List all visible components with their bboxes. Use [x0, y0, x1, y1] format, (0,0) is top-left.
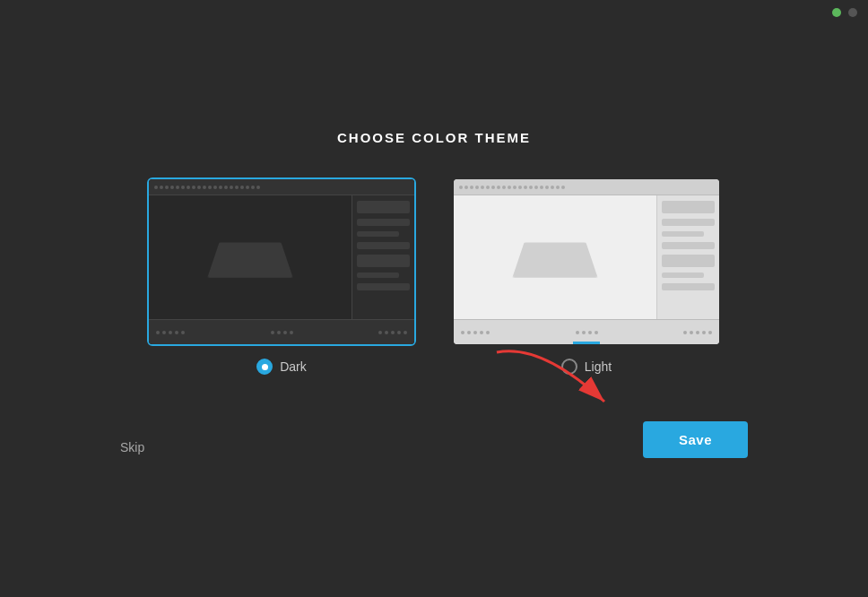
dark-theme-label[interactable]: Dark	[256, 359, 307, 375]
light-canvas-shape	[512, 243, 597, 278]
dark-theme-card[interactable]: Dark	[147, 177, 416, 375]
dark-theme-preview[interactable]	[147, 177, 416, 346]
save-button[interactable]: Save	[643, 421, 748, 458]
theme-options: Dark	[147, 177, 721, 375]
light-theme-label[interactable]: Light	[561, 359, 612, 375]
theme-chooser-dialog: CHOOSE COLOR THEME	[66, 94, 802, 503]
skip-link[interactable]: Skip	[120, 440, 144, 458]
user-icon	[848, 8, 857, 17]
dark-radio-button[interactable]	[256, 359, 273, 375]
light-radio-button[interactable]	[561, 359, 577, 375]
status-dot-green	[832, 8, 841, 17]
light-theme-preview[interactable]	[452, 177, 721, 346]
light-label-text: Light	[585, 359, 612, 374]
dialog-title: CHOOSE COLOR THEME	[337, 130, 531, 145]
dark-label-text: Dark	[280, 359, 307, 374]
dark-canvas-shape	[207, 243, 292, 278]
light-theme-card[interactable]: Light	[452, 177, 721, 375]
top-bar	[814, 0, 868, 25]
action-area: Skip Save	[120, 421, 748, 458]
